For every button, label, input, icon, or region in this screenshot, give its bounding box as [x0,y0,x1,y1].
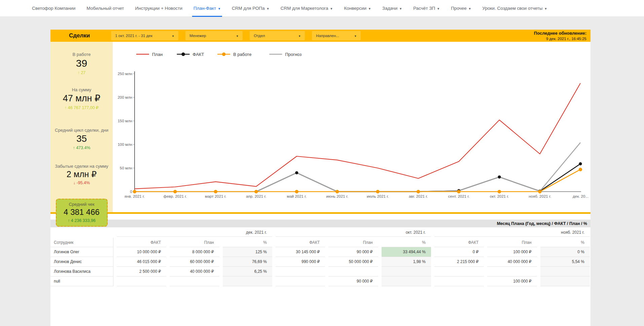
direction-filter[interactable]: Направлен...▼ [312,31,361,40]
data-point [214,190,217,193]
filter-label: 1 окт. 2021 г. - 31 дек [115,34,152,38]
table-cell: 100 000 ₽ [487,247,537,257]
chevron-down-icon: ▼ [399,7,402,10]
kpi-label: Забытые сделки на сумму [52,164,111,169]
legend-item-План[interactable]: План [136,52,163,57]
nav-tab-4[interactable]: План-Факт▼ [193,0,221,17]
filter-label: Направлен... [316,34,339,38]
nav-tab-11[interactable]: Уроки. Создаем свои отчеты▼ [482,0,547,17]
svg-text:сент. 2021 г.: сент. 2021 г. [448,194,470,198]
kpi-label: В работе [52,52,111,57]
svg-text:В работе: В работе [233,52,251,57]
table-cell: 76,69 % [223,257,272,267]
chevron-down-icon: ▼ [544,7,547,10]
manager-filter[interactable]: Менежер▼ [185,31,243,40]
svg-text:авг. 2021 г.: авг. 2021 г. [409,194,428,198]
svg-text:ФАКТ: ФАКТ [193,52,204,57]
kpi-value: 47 млн ₽ [52,93,111,104]
top-navigation: Светофор КомпанииМобильный отчетИнструкц… [0,0,644,17]
table-cell [276,267,325,276]
arrow-up-icon: ↑ [78,70,80,75]
kpi-value: 39 [52,58,111,69]
chevron-down-icon: ▼ [468,7,471,10]
month-group-header: дек. 2021 г. [117,228,272,237]
nav-tab-7[interactable]: Конверсии▼ [344,0,371,17]
data-point [579,162,582,165]
report-content: Сделки 1 окт. 2021 г. - 31 дек▼Менежер▼О… [50,30,591,326]
last-update-value: 9 дек. 2021 г., 16:45:25 [534,37,586,41]
chevron-down-icon: ▼ [437,7,440,10]
employee-name: null [50,276,113,286]
nav-tab-6[interactable]: CRM для Маркетолога▼ [281,0,333,17]
series-line-Прогноз [135,142,580,192]
legend-item-В работе[interactable]: В работе [217,52,251,57]
table-cell: 50 000 000 ₽ [328,257,378,267]
department-filter[interactable]: Отдел▼ [250,31,305,40]
data-point [457,190,460,193]
chevron-down-icon: ▼ [266,7,270,10]
table-cell: 2 215 000 ₽ [434,257,484,267]
nav-tab-label: Прочее [451,6,466,11]
nav-tab-label: CRM для РОПа [232,6,265,11]
column-header-employee: Сотрудник [50,238,113,247]
legend-item-ФАКТ[interactable]: ФАКТ [177,52,204,57]
chevron-down-icon: ▼ [368,7,371,10]
column-header: % [223,238,272,247]
nav-tab-8[interactable]: Задачи▼ [382,0,402,17]
chart-section: В работе39↑ 27На сумму47 млн ₽↑ 46 767 1… [50,42,591,212]
data-point [376,190,380,193]
svg-text:май 2021 г.: май 2021 г. [287,194,307,198]
report-header-bar: Сделки 1 окт. 2021 г. - 31 дек▼Менежер▼О… [50,30,591,42]
column-header: % [540,238,590,247]
column-header: ФАКТ [434,238,484,247]
chevron-down-icon: ▼ [218,7,221,10]
series-line-План [135,83,580,189]
filter-label: Отдел [254,34,265,38]
nav-tab-10[interactable]: Прочее▼ [451,0,471,17]
column-header: План [487,238,537,247]
data-point [538,190,541,193]
svg-text:0: 0 [130,190,132,194]
arrow-up-icon: ↑ [65,105,67,110]
series-line-ФАКТ [256,164,580,192]
month-group-header: окт. 2021 г. [276,228,431,237]
data-point [417,190,420,193]
spacer [50,214,591,220]
nav-tab-1[interactable]: Светофор Компании [32,0,75,17]
nav-tab-9[interactable]: Расчёт ЗП▼ [413,0,440,17]
table-cell [117,276,166,286]
kpi-label: На сумму [52,87,111,92]
legend-item-Прогноз[interactable]: Прогноз [269,52,301,57]
table-caption: Месяц Плана (Год, месяц) / ФАКТ / План /… [497,221,587,226]
svg-text:200 млн: 200 млн [118,95,132,99]
nav-tab-3[interactable]: Инструкции + Новости [135,0,182,17]
data-point [335,190,339,193]
table-cell [170,276,219,286]
page-title: Сделки [69,32,90,39]
employee-name: Логинов Денис [50,257,113,267]
chevron-down-icon: ▼ [236,35,239,38]
table-cell [223,276,272,286]
table-cell: 6,25 % [223,267,272,276]
last-update-label: Последнее обновление: [534,31,586,36]
nav-tab-5[interactable]: CRM для РОПа▼ [232,0,270,17]
table-cell: 33 494,44 % [382,247,431,257]
kpi-avg-check: Средний чек4 381 466↑ 4 236 333,96 [56,199,108,227]
chevron-down-icon: ▼ [354,35,357,38]
date-range-filter[interactable]: 1 окт. 2021 г. - 31 дек▼ [111,31,178,40]
table-cell: 0 ₽ [434,247,484,257]
table-cell: 1,98 % [382,257,431,267]
nav-tab-label: CRM для Маркетолога [281,6,328,11]
table-cell: 90 000 ₽ [328,276,378,286]
nav-tab-2[interactable]: Мобильный отчет [86,0,124,17]
nav-tab-label: Расчёт ЗП [413,6,435,11]
column-header: % [382,238,431,247]
data-point [579,168,582,171]
data-point [295,190,298,193]
chevron-down-icon: ▼ [172,35,174,38]
svg-text:февр. 2021 г.: февр. 2021 г. [164,194,187,198]
kpi-delta: ↓ -95.4% [52,181,111,185]
svg-text:Прогноз: Прогноз [285,52,301,57]
plan-fact-table: дек. 2021 г.окт. 2021 г.нояб. 2021 г.Сот… [50,228,591,286]
kpi-delta: ↑ 473.4% [52,145,111,150]
